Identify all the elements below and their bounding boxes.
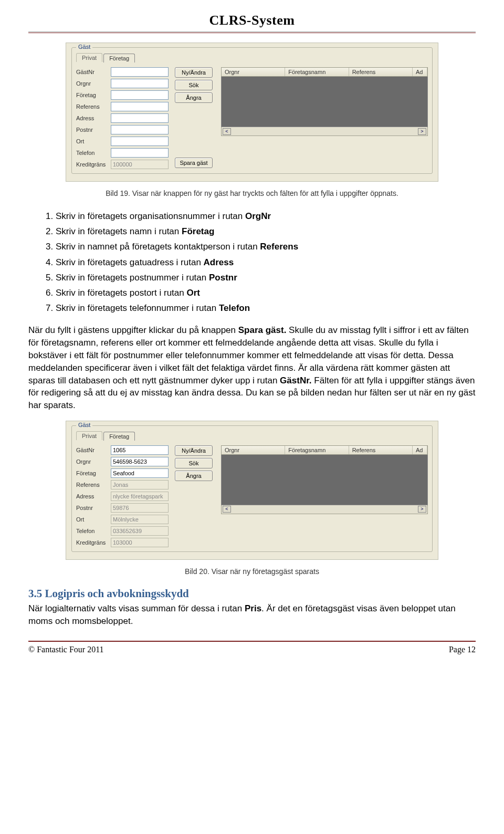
label-referens: Referens: [76, 482, 109, 488]
section-heading-3-5: 3.5 Logipris och avbokningsskydd: [28, 587, 476, 600]
groupbox-legend: Gäst: [76, 44, 92, 50]
scroll-left-icon[interactable]: <: [223, 506, 231, 513]
input-foretag[interactable]: [111, 468, 169, 478]
grid-col-orgnr[interactable]: Orgnr: [222, 446, 285, 454]
tab-foretag[interactable]: Företag: [103, 54, 135, 62]
sok-button[interactable]: Sök: [175, 80, 213, 90]
angra-button[interactable]: Ångra: [175, 471, 213, 481]
header-divider: [28, 32, 476, 33]
grid-col-ad[interactable]: Ad: [413, 446, 427, 454]
sok-button[interactable]: Sök: [175, 458, 213, 468]
grid-body: [221, 77, 428, 127]
tab-foretag[interactable]: Företag: [103, 432, 135, 441]
list-item: Skriv in företagets namn i rutan Företag: [56, 224, 476, 238]
page-footer: © Fantastic Four 2011 Page 12: [28, 641, 476, 654]
figure-19: Gäst Privat Företag GästNr Orgnr Företag…: [28, 43, 476, 182]
label-postnr: Postnr: [76, 127, 109, 133]
input-referens[interactable]: [111, 102, 169, 111]
footer-page-number: Page 12: [449, 645, 476, 654]
input-orgnr[interactable]: [111, 457, 169, 466]
label-gastnr: GästNr: [76, 69, 109, 75]
groupbox-legend: Gäst: [76, 422, 92, 428]
input-gastnr[interactable]: [111, 445, 169, 455]
label-kreditgrans: Kreditgräns: [76, 539, 109, 546]
guest-panel-filled: Gäst Privat Företag GästNr Orgnr Företag…: [66, 421, 438, 560]
label-orgnr: Orgnr: [76, 458, 109, 465]
grid-col-ad[interactable]: Ad: [413, 68, 427, 76]
nyandra-button[interactable]: Ny/Ändra: [175, 445, 213, 456]
input-orgnr[interactable]: [111, 79, 169, 88]
input-ort: [111, 515, 169, 524]
spara-gast-button[interactable]: Spara gäst: [175, 158, 213, 168]
grid-col-foretagsnamn[interactable]: Företagsnamn: [285, 68, 349, 76]
label-orgnr: Orgnr: [76, 80, 109, 87]
list-item: Skriv in företagets gatuadress i rutan A…: [56, 255, 476, 269]
section-body: När logialternativ valts visas summan fö…: [28, 602, 476, 628]
grid-col-orgnr[interactable]: Orgnr: [222, 68, 285, 76]
figure-20: Gäst Privat Företag GästNr Orgnr Företag…: [28, 421, 476, 560]
label-foretag: Företag: [76, 92, 109, 98]
input-postnr[interactable]: [111, 125, 169, 134]
scroll-right-icon[interactable]: >: [418, 506, 426, 513]
input-gastnr[interactable]: [111, 67, 169, 77]
results-grid: Orgnr Företagsnamn Referens Ad < >: [221, 445, 428, 514]
body-paragraph: När du fyllt i gästens uppgifter klickar…: [28, 324, 476, 412]
results-grid: Orgnr Företagsnamn Referens Ad < >: [221, 67, 428, 136]
figure-20-caption: Bild 20. Visar när ny företagsgäst spara…: [28, 567, 476, 576]
page-title: CLRS-System: [28, 0, 476, 28]
label-ort: Ort: [76, 138, 109, 144]
footer-copyright: © Fantastic Four 2011: [28, 645, 104, 654]
grid-body: [221, 455, 428, 505]
scroll-left-icon[interactable]: <: [223, 128, 231, 135]
label-adress: Adress: [76, 115, 109, 121]
input-telefon[interactable]: [111, 148, 169, 158]
input-kreditgrans: [111, 538, 169, 547]
input-adress[interactable]: [111, 113, 169, 123]
angra-button[interactable]: Ångra: [175, 92, 213, 103]
grid-col-referens[interactable]: Referens: [349, 68, 413, 76]
input-telefon: [111, 526, 169, 536]
tab-privat[interactable]: Privat: [76, 53, 102, 62]
input-postnr: [111, 503, 169, 513]
grid-col-referens[interactable]: Referens: [349, 446, 413, 454]
guest-panel: Gäst Privat Företag GästNr Orgnr Företag…: [66, 43, 438, 182]
list-item: Skriv in företagets postort i rutan Ort: [56, 286, 476, 300]
label-foretag: Företag: [76, 470, 109, 476]
input-foretag[interactable]: [111, 90, 169, 100]
label-telefon: Telefon: [76, 150, 109, 156]
scroll-right-icon[interactable]: >: [418, 128, 426, 135]
list-item: Skriv in företagets organisationsnummer …: [56, 209, 476, 223]
input-referens: [111, 480, 169, 489]
list-item: Skriv in namnet på företagets kontaktper…: [56, 239, 476, 254]
input-kreditgrans: [111, 160, 169, 169]
label-telefon: Telefon: [76, 528, 109, 534]
label-postnr: Postnr: [76, 505, 109, 511]
label-kreditgrans: Kreditgräns: [76, 161, 109, 168]
label-ort: Ort: [76, 516, 109, 523]
label-referens: Referens: [76, 103, 109, 110]
label-adress: Adress: [76, 493, 109, 499]
nyandra-button[interactable]: Ny/Ändra: [175, 67, 213, 78]
instruction-list: Skriv in företagets organisationsnummer …: [28, 209, 476, 315]
list-item: Skriv in företagets postnummer i rutan P…: [56, 270, 476, 285]
figure-19-caption: Bild 19. Visar när knappen för ny gäst h…: [28, 189, 476, 197]
label-gastnr: GästNr: [76, 447, 109, 453]
input-ort[interactable]: [111, 137, 169, 146]
input-adress: [111, 492, 169, 501]
grid-col-foretagsnamn[interactable]: Företagsnamn: [285, 446, 349, 454]
list-item: Skriv in företagets telefonnummer i ruta…: [56, 301, 476, 315]
tab-privat[interactable]: Privat: [76, 431, 102, 440]
